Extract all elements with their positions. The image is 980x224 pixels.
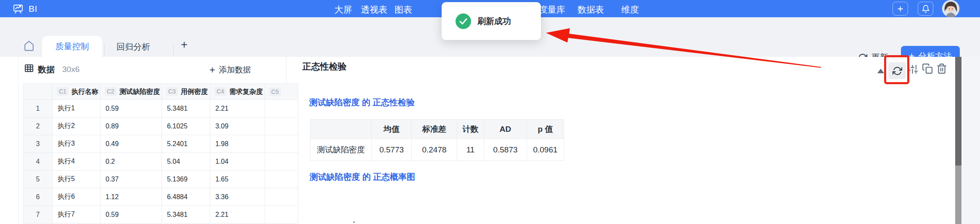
brand[interactable]: BI xyxy=(13,0,37,17)
scrollbar-thumb[interactable] xyxy=(955,57,961,165)
user-avatar[interactable] xyxy=(942,0,959,17)
column-id-badge: C3 xyxy=(166,87,178,96)
table-cell[interactable]: 执行2 xyxy=(53,117,101,135)
nav-item-dimension[interactable]: 维度 xyxy=(621,4,639,16)
table-cell[interactable]: 执行1 xyxy=(53,100,101,117)
table-cell[interactable]: 0.89 xyxy=(101,117,162,135)
stats-header-row: 均值标准差计数ADp 值 xyxy=(310,120,564,139)
collapse-panel-icon[interactable] xyxy=(877,69,884,73)
tab-divider xyxy=(104,44,105,55)
row-index[interactable]: 7 xyxy=(24,206,53,224)
stats-cell: 0.5773 xyxy=(372,139,412,161)
table-cell[interactable]: 执行3 xyxy=(53,135,101,153)
row-index[interactable]: 2 xyxy=(24,117,53,135)
table-cell[interactable] xyxy=(265,153,298,171)
column-header[interactable]: C2测试缺陷密度 xyxy=(101,84,162,100)
table-cell[interactable] xyxy=(265,206,298,224)
row-index[interactable]: 5 xyxy=(24,171,53,188)
table-cell[interactable]: 5.3481 xyxy=(162,100,210,117)
table-cell[interactable]: 1.98 xyxy=(210,135,265,153)
tab-quality-control[interactable]: 质量控制 xyxy=(42,36,102,57)
tab-regression-analysis[interactable]: 回归分析 xyxy=(117,41,150,53)
home-icon[interactable] xyxy=(24,40,34,51)
stats-header-cell: 计数 xyxy=(457,120,484,139)
table-row: 3执行30.495.24011.98 xyxy=(24,135,298,153)
table-row: 7执行70.595.34812.21 xyxy=(24,206,298,224)
column-header[interactable]: C4需求复杂度 xyxy=(210,84,265,100)
add-data-button[interactable]: + 添加数据 xyxy=(209,64,251,75)
stats-header-cell: AD xyxy=(484,120,527,139)
column-id-badge: C4 xyxy=(215,87,226,96)
column-name: 需求复杂度 xyxy=(229,88,263,95)
nav-item-chart[interactable]: 图表 xyxy=(395,4,412,16)
row-index[interactable]: 4 xyxy=(24,153,53,171)
copy-icon[interactable] xyxy=(922,63,933,74)
table-cell[interactable]: 1.12 xyxy=(101,188,162,206)
table-row: 5执行50.375.13691.65 xyxy=(24,171,298,188)
table-cell[interactable] xyxy=(265,188,298,206)
nav-add-button[interactable]: + xyxy=(893,2,908,16)
table-cell[interactable]: 6.1025 xyxy=(162,117,210,135)
table-cell[interactable] xyxy=(265,100,298,117)
add-data-label: 添加数据 xyxy=(219,64,251,75)
table-cell[interactable] xyxy=(265,171,298,188)
probability-plot-link[interactable]: 测试缺陷密度 的 正态概率图 xyxy=(310,171,415,183)
table-cell[interactable]: 5.1369 xyxy=(162,171,210,188)
row-index[interactable]: 1 xyxy=(24,100,53,117)
table-cell[interactable]: 5.2401 xyxy=(162,135,210,153)
table-cell[interactable]: 5.3481 xyxy=(162,206,210,224)
table-cell[interactable]: 3.09 xyxy=(210,117,265,135)
annotation-highlight-rect xyxy=(884,55,909,84)
bi-logo-icon xyxy=(13,3,24,14)
table-cell[interactable] xyxy=(265,135,298,153)
column-name: 执行名称 xyxy=(72,88,98,95)
table-cell[interactable]: 执行5 xyxy=(53,171,101,188)
toast-message: 刷新成功 xyxy=(477,16,511,27)
table-row: 4执行40.25.041.04 xyxy=(24,153,298,171)
data-dimensions: 30x6 xyxy=(62,65,79,74)
table-cell[interactable]: 1.65 xyxy=(210,171,265,188)
table-cell[interactable]: 2.21 xyxy=(210,206,265,224)
nav-item-pivot[interactable]: 透视表 xyxy=(361,4,387,16)
table-cell[interactable]: 执行6 xyxy=(53,188,101,206)
table-cell[interactable]: 执行4 xyxy=(53,153,101,171)
column-header[interactable]: C1执行名称 xyxy=(53,84,101,100)
table-cell[interactable]: 3.36 xyxy=(210,188,265,206)
stats-table: 均值标准差计数ADp 值 测试缺陷密度0.57730.2478110.58730… xyxy=(310,119,564,161)
stats-header-cell: 标准差 xyxy=(412,120,457,139)
trash-icon[interactable] xyxy=(936,63,947,74)
table-cell[interactable]: 0.2 xyxy=(101,153,162,171)
toast-notification: 刷新成功 xyxy=(442,2,541,40)
row-index[interactable]: 6 xyxy=(24,188,53,206)
data-panel-title: 数据 xyxy=(38,64,55,75)
table-cell[interactable]: 5.04 xyxy=(162,153,210,171)
data-table-header-row: C1执行名称C2测试缺陷密度C3用例密度C4需求复杂度C5 xyxy=(24,84,298,100)
column-id-badge: C5 xyxy=(269,88,281,96)
table-cell[interactable]: 6.4884 xyxy=(162,188,210,206)
plus-icon: + xyxy=(209,65,215,75)
table-cell[interactable]: 2.21 xyxy=(210,100,265,117)
stats-header-cell: 均值 xyxy=(372,120,412,139)
nav-item-datatable[interactable]: 数据表 xyxy=(577,4,604,16)
add-tab-button[interactable]: + xyxy=(181,38,188,51)
right-margin xyxy=(962,57,980,224)
table-cell[interactable]: 执行7 xyxy=(53,206,101,224)
column-id-badge: C1 xyxy=(57,87,69,96)
table-cell[interactable]: 0.49 xyxy=(101,135,162,153)
nav-item-metrics[interactable]: 度量库 xyxy=(539,4,565,16)
column-header[interactable]: C5 xyxy=(265,84,298,100)
table-cell[interactable] xyxy=(265,117,298,135)
nav-item-dashboard[interactable]: 大屏 xyxy=(334,4,352,16)
notifications-button[interactable] xyxy=(918,2,933,16)
analysis-panel-title: 正态性检验 xyxy=(302,61,347,72)
brand-title: BI xyxy=(29,4,37,14)
table-cell[interactable]: 0.59 xyxy=(101,206,162,224)
table-cell[interactable]: 0.59 xyxy=(101,100,162,117)
table-row: 1执行10.595.34812.21 xyxy=(24,100,298,117)
table-cell[interactable]: 0.37 xyxy=(101,171,162,188)
column-header[interactable]: C3用例密度 xyxy=(162,84,210,100)
normality-test-link[interactable]: 测试缺陷密度 的 正态性检验 xyxy=(309,97,415,108)
vertical-scrollbar[interactable] xyxy=(955,57,961,224)
row-index[interactable]: 3 xyxy=(24,135,53,153)
table-cell[interactable]: 1.04 xyxy=(210,153,265,171)
